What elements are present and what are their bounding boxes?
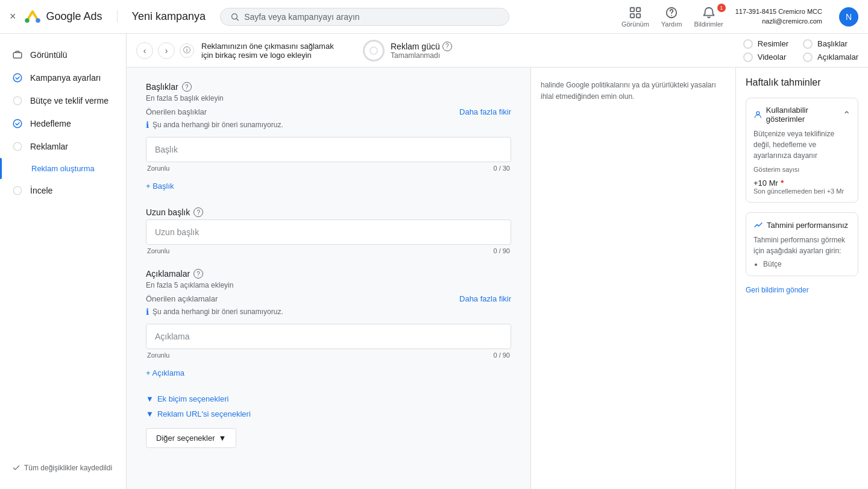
notification-icon [702, 6, 715, 19]
uzun-baslik-help-icon[interactable]: ? [193, 207, 203, 217]
aciklamalar-help-icon[interactable]: ? [193, 269, 203, 279]
svg-rect-10 [13, 52, 22, 58]
svg-rect-7 [637, 13, 640, 17]
help-icon [665, 6, 678, 19]
sidebar-item-reklam-olusturma[interactable]: Reklam oluşturma [0, 158, 126, 179]
yardim-button[interactable]: Yardım [661, 6, 682, 28]
ad-strength-help-icon[interactable]: ? [442, 42, 452, 51]
logo-area: Google Ads [24, 8, 102, 26]
uzun-baslik-field-footer: Zorunlu 0 / 90 [146, 247, 511, 254]
checklist-area: Resimler Videolar Başlıklar Açıklamalar [743, 39, 858, 62]
performance-list: Bütçe [753, 260, 851, 268]
nav-right: Görünüm Yardım 1 Bildirimler 117-391-841… [621, 6, 858, 28]
baslik-field-footer: Zorunlu 0 / 30 [146, 165, 511, 172]
no-suggestion-aciklama: ℹ Şu anda herhangi bir öneri sunamıyoruz… [146, 307, 511, 317]
page-title: Yeni kampanya [117, 10, 206, 23]
svg-rect-6 [631, 13, 634, 17]
saved-icon [12, 464, 20, 472]
add-baslik-button[interactable]: + Başlık [146, 179, 174, 193]
strength-icon [368, 45, 379, 56]
kullanilabilir-body: Bütçenize veya teklifinize değil, hedefl… [753, 128, 851, 161]
svg-point-13 [13, 119, 22, 128]
aciklama-input[interactable] [146, 324, 511, 349]
performance-list-item: Bütçe [763, 260, 851, 268]
uzun-baslik-input[interactable] [146, 219, 511, 245]
step-info-button[interactable]: ⓘ [180, 43, 194, 58]
checklist-col-1: Resimler Videolar [743, 39, 788, 62]
uzun-baslik-title: Uzun başlık ? [146, 207, 511, 217]
chevron-down-ek-bicim-icon: ▼ [146, 394, 154, 403]
svg-rect-5 [637, 7, 640, 11]
right-panel: Haftalık tahminler Kullanılabilir göster… [735, 68, 868, 489]
sidebar-item-kampanya-ayarlari[interactable]: Kampanya ayarları [0, 66, 126, 89]
svg-point-12 [13, 96, 22, 105]
ek-bicim-toggle[interactable]: ▼ Ek biçim seçenekleri [146, 394, 511, 403]
search-input[interactable] [244, 12, 499, 22]
daha-fazla-aciklama-link[interactable]: Daha fazla fikir [459, 294, 511, 303]
avatar[interactable]: N [839, 7, 858, 27]
svg-point-9 [671, 14, 672, 16]
display-campaign-icon [12, 49, 23, 60]
stat-dot: ● [781, 178, 784, 185]
reklam-url-toggle[interactable]: ▼ Reklam URL'si seçenekleri [146, 409, 511, 418]
other-options-button[interactable]: Diğer seçenekler ▼ [146, 428, 236, 448]
incele-circle-icon [12, 185, 23, 196]
ad-strength-circle [363, 40, 385, 62]
performance-title: Tahmini performansınız [753, 220, 851, 230]
gorunum-button[interactable]: Görünüm [621, 6, 649, 28]
aciklama-field-footer: Zorunlu 0 / 90 [146, 352, 511, 359]
svg-point-1 [25, 18, 30, 23]
aciklama-input-wrap [146, 324, 511, 349]
svg-point-15 [13, 186, 22, 195]
sidebar-item-gorunumlu[interactable]: Görüntülü [0, 43, 126, 66]
sidebar-bottom-status: Tüm değişiklikler kaydedildi [0, 456, 126, 479]
app-title: Google Ads [46, 10, 102, 23]
checklist-aciklamalar: Açıklamalar [803, 52, 858, 62]
aciklamalar-title: Açıklamalar ? [146, 269, 511, 279]
form-panel: Başlıklar ? En fazla 5 başlık ekleyin Ön… [127, 68, 530, 489]
aciklamalar-section: Açıklamalar ? En fazla 5 açıklama ekleyi… [146, 269, 511, 380]
sidebar-item-incele[interactable]: İncele [0, 179, 126, 202]
main-layout: Görüntülü Kampanya ayarları Bütçe ve tek… [0, 34, 868, 489]
radio-resimler [743, 39, 753, 49]
bildirimler-button[interactable]: 1 Bildirimler [694, 6, 723, 28]
search-bar[interactable] [220, 8, 509, 26]
sidebar-item-hedefleme[interactable]: Hedefleme [0, 112, 126, 135]
daha-fazla-baslik-link[interactable]: Daha fazla fikir [459, 107, 511, 116]
step-forward-button[interactable]: › [158, 42, 175, 59]
google-ads-logo-icon [24, 8, 42, 26]
ad-strength-area: Reklam gücü ? Tamamlanmadı [363, 40, 452, 62]
kullanilabilir-title: Kullanılabilir gösterimler [753, 106, 843, 124]
ad-strength-info: Reklam gücü ? Tamamlanmadı [391, 42, 452, 60]
onerilen-aciklamalar-row: Önerilen açıklamalar Daha fazla fikir [146, 294, 511, 303]
notification-badge: 1 [717, 4, 726, 12]
preview-panel: halinde Google politikalarını ya da yürü… [530, 68, 735, 489]
kullanilabilir-card-header: Kullanılabilir gösterimler ⌃ [753, 106, 851, 124]
ads-circle-icon [12, 141, 23, 152]
svg-point-2 [36, 18, 40, 23]
svg-point-16 [370, 47, 377, 54]
svg-point-17 [756, 112, 760, 115]
baslik-input[interactable] [146, 137, 511, 162]
add-aciklama-button[interactable]: + Açıklama [146, 366, 184, 380]
radio-aciklamalar [803, 52, 813, 62]
sidebar-item-reklamlar[interactable]: Reklamlar [0, 135, 126, 158]
basliklar-section: Başlıklar ? En fazla 5 başlık ekleyin Ön… [146, 82, 511, 193]
step-bar: ‹ › ⓘ Reklamınızın öne çıkmasını sağlama… [127, 34, 868, 68]
step-back-button[interactable]: ‹ [136, 42, 153, 59]
basliklar-help-icon[interactable]: ? [182, 82, 192, 92]
kullanilabilir-collapse-icon[interactable]: ⌃ [843, 109, 851, 121]
trend-icon [753, 220, 763, 230]
basliklar-title: Başlıklar ? [146, 82, 511, 92]
performance-card: Tahmini performansınız Tahmini performan… [746, 212, 858, 276]
feedback-link[interactable]: Geri bildirim gönder [746, 286, 858, 294]
check-circle-icon [12, 72, 23, 83]
gosterim-stat-label: Gösterim sayısı [753, 165, 851, 174]
uzun-baslik-section: Uzun başlık ? Zorunlu 0 / 90 [146, 207, 511, 254]
sidebar-item-butce-teklif[interactable]: Bütçe ve teklif verme [0, 89, 126, 112]
close-button[interactable]: × [10, 10, 16, 23]
onerilen-basliklar-row: Önerilen başlıklar Daha fazla fikir [146, 107, 511, 116]
uzun-baslik-input-wrap [146, 219, 511, 245]
kullanilabilir-card: Kullanılabilir gösterimler ⌃ Bütçenize v… [746, 98, 858, 203]
radio-videolar [743, 52, 753, 62]
